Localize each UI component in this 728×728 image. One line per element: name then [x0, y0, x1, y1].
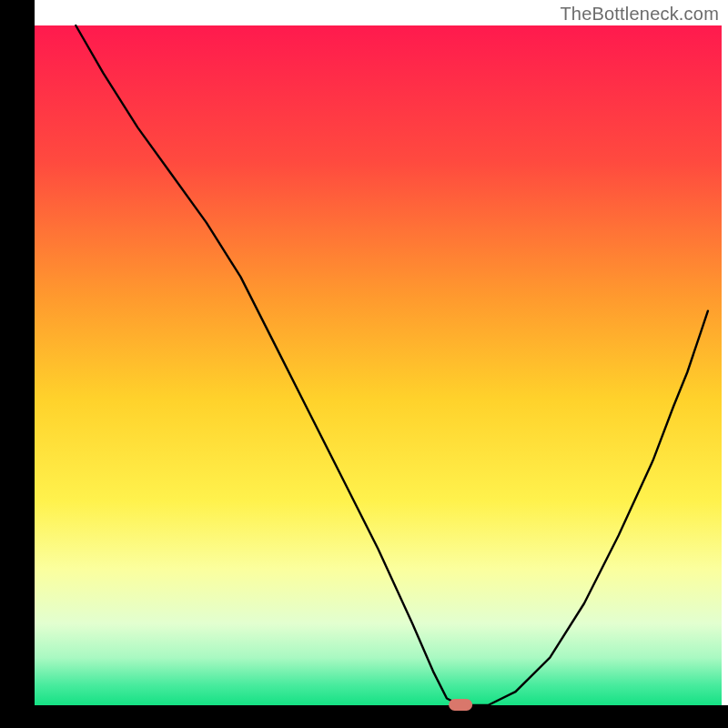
svg-rect-2 — [722, 0, 728, 728]
watermark-text: TheBottleneck.com — [560, 4, 719, 25]
svg-rect-4 — [0, 705, 728, 728]
chart-container: TheBottleneck.com — [0, 0, 728, 728]
bottleneck-chart — [0, 0, 728, 728]
svg-rect-3 — [0, 0, 35, 728]
optimal-point-marker — [449, 699, 472, 711]
